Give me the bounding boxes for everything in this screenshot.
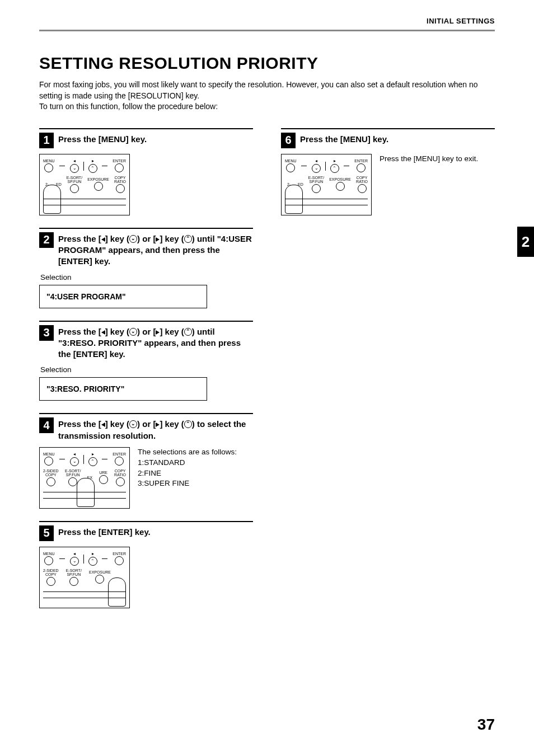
step-number: 5 xyxy=(39,525,54,541)
control-panel-illustration: MENU ◂⌄ ▸⌃ ENTER 2- ED E-SORT/ SP.FUN xyxy=(281,154,372,215)
step-4: 4 Press the [] key (⌄) or [] key (⌃) to … xyxy=(39,413,253,509)
step-title: Press the [ENTER] key. xyxy=(58,525,151,538)
step-rule xyxy=(39,228,253,229)
page-number: 37 xyxy=(477,716,495,734)
step-head: 3 Press the [] key (⌄) or [] key (⌃) unt… xyxy=(39,325,253,360)
step-rule xyxy=(39,413,253,414)
up-circle-icon: ⌃ xyxy=(184,420,192,428)
panel-label-ratio: COPY RATIO xyxy=(356,176,368,184)
t: ) or [ xyxy=(137,327,156,336)
panel-label-esort: E-SORT/ SP.FUN xyxy=(308,176,324,184)
panel-label-menu: MENU xyxy=(43,452,55,456)
t: ] key ( xyxy=(105,327,129,336)
step-title: Press the [] key (⌄) or [] key (⌃) to se… xyxy=(58,417,253,442)
step-number: 3 xyxy=(39,325,54,341)
selection-label: Selection xyxy=(40,273,253,281)
panel-label-enter: ENTER xyxy=(113,452,126,456)
step-number: 2 xyxy=(39,232,54,248)
panel-label-ratio: COPY RATIO xyxy=(114,176,126,184)
chapter-tab: 2 xyxy=(517,227,534,257)
control-panel-illustration: MENU ◂⌄ ▸⌃ ENTER 2-SIDED COPY E-SORT/ SP… xyxy=(39,547,130,608)
step-title: Press the [MENU] key. xyxy=(58,133,147,145)
step-5: 5 Press the [ENTER] key. MENU ◂⌄ ▸⌃ ENTE… xyxy=(39,521,253,608)
step-head: 1 Press the [MENU] key. xyxy=(39,133,253,148)
panel-label-2sided: 2-SIDED COPY xyxy=(43,469,59,477)
panel-label-enter: ENTER xyxy=(354,159,368,163)
left-column: 1 Press the [MENU] key. MENU ◂⌄ ▸⌃ ENTER xyxy=(39,128,253,621)
step-rule xyxy=(39,321,253,322)
up-circle-icon: ⌃ xyxy=(184,235,192,243)
step-rule xyxy=(39,521,253,522)
panel-label-esort: E-SORT/ SP.FUN xyxy=(66,569,82,576)
t: ] key ( xyxy=(160,327,184,336)
step-head: 5 Press the [ENTER] key. xyxy=(39,525,253,541)
step-number: 6 xyxy=(281,133,296,148)
t: ) or [ xyxy=(137,419,156,429)
panel-label-menu: MENU xyxy=(43,552,55,556)
step-body: MENU ◂⌄ ▸⌃ ENTER 2- ED E-SORT/ SP.FUN xyxy=(281,154,495,215)
left-arrow-icon xyxy=(101,237,105,242)
header-label: INITIAL SETTINGS xyxy=(39,17,495,25)
page: INITIAL SETTINGS SETTING RESOLUTION PRIO… xyxy=(0,0,534,756)
display-box: "3:RESO. PRIORITY" xyxy=(39,377,207,401)
display-box: "4:USER PROGRAM" xyxy=(39,285,207,308)
panel-label-enter: ENTER xyxy=(113,159,126,163)
columns: 1 Press the [MENU] key. MENU ◂⌄ ▸⌃ ENTER xyxy=(39,128,495,621)
step-1: 1 Press the [MENU] key. MENU ◂⌄ ▸⌃ ENTER xyxy=(39,128,253,215)
step-3: 3 Press the [] key (⌄) or [] key (⌃) unt… xyxy=(39,321,253,401)
down-circle-icon: ⌄ xyxy=(129,328,137,336)
panel-label-2sided: 2-SIDED COPY xyxy=(43,569,59,576)
down-circle-icon: ⌄ xyxy=(129,420,137,428)
t: ] key ( xyxy=(105,419,129,429)
down-circle-icon: ⌄ xyxy=(129,235,137,243)
panel-label-exposure: EXPOSURE xyxy=(89,570,111,574)
up-circle-icon: ⌃ xyxy=(184,328,192,336)
panel-label-enter: ENTER xyxy=(113,552,126,556)
header-rule xyxy=(39,30,495,31)
right-column: 6 Press the [MENU] key. MENU ◂⌄ ▸⌃ ENTER xyxy=(281,128,495,621)
control-panel-illustration: MENU ◂⌄ ▸⌃ ENTER 2-SIDED COPY E-SORT/ SP… xyxy=(39,447,130,509)
step-body: MENU ◂⌄ ▸⌃ ENTER 2-SIDED COPY E-SORT/ SP… xyxy=(39,447,253,509)
t: ] key ( xyxy=(160,234,184,243)
step-title: Press the [MENU] key. xyxy=(300,133,388,145)
step-head: 2 Press the [] key (⌄) or [] key (⌃) unt… xyxy=(39,232,253,267)
control-panel-illustration: MENU ◂⌄ ▸⌃ ENTER 2- ED E-SORT/ SP.FUN xyxy=(39,154,130,215)
step-title: Press the [] key (⌄) or [] key (⌃) until… xyxy=(58,325,253,360)
t: ] key ( xyxy=(160,419,184,429)
panel-label-ure: URE xyxy=(99,471,107,475)
step-body-text: Press the [MENU] key to exit. xyxy=(380,154,478,165)
panel-label-esort: E-SORT/ SP.FUN xyxy=(67,176,82,184)
t: ) or [ xyxy=(137,234,156,243)
step-body: MENU ◂⌄ ▸⌃ ENTER 2- ED E-SORT/ SP.FUN xyxy=(39,154,253,215)
step-body-text: The selections are as follows: 1:STANDAR… xyxy=(138,447,237,490)
step-body: MENU ◂⌄ ▸⌃ ENTER 2-SIDED COPY E-SORT/ SP… xyxy=(39,547,253,608)
step-rule xyxy=(39,128,253,129)
step-head: 6 Press the [MENU] key. xyxy=(281,133,495,148)
left-arrow-icon xyxy=(101,330,105,335)
step-head: 4 Press the [] key (⌄) or [] key (⌃) to … xyxy=(39,417,253,442)
panel-label-esort: E-SORT/ SP.FUN xyxy=(65,469,81,477)
selection-label: Selection xyxy=(40,365,253,374)
step-2: 2 Press the [] key (⌄) or [] key (⌃) unt… xyxy=(39,228,253,308)
step-number: 4 xyxy=(39,417,54,433)
t: Press the [ xyxy=(58,234,101,243)
intro-text: For most faxing jobs, you will most like… xyxy=(39,79,495,112)
page-title: SETTING RESOLUTION PRIORITY xyxy=(39,54,495,73)
panel-label-exposure: EXPOSURE xyxy=(329,177,351,181)
panel-label-menu: MENU xyxy=(43,159,55,163)
step-title: Press the [] key (⌄) or [] key (⌃) until… xyxy=(58,232,253,267)
t: ] key ( xyxy=(105,234,129,243)
panel-label-menu: MENU xyxy=(285,159,297,163)
left-arrow-icon xyxy=(101,422,105,427)
step-6: 6 Press the [MENU] key. MENU ◂⌄ ▸⌃ ENTER xyxy=(281,128,495,215)
step-number: 1 xyxy=(39,133,54,148)
panel-label-exposure: EXPOSURE xyxy=(87,177,109,181)
step-rule xyxy=(281,128,495,129)
t: Press the [ xyxy=(58,419,101,429)
t: Press the [ xyxy=(58,327,101,336)
panel-label-ratio: COPY RATIO xyxy=(114,469,126,477)
